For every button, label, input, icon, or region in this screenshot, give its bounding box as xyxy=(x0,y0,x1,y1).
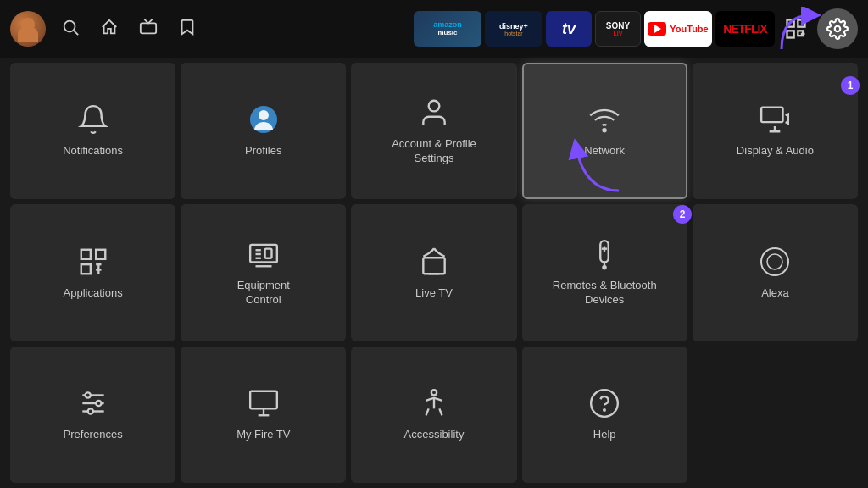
applications-cell[interactable]: Applications xyxy=(10,204,175,341)
svg-rect-16 xyxy=(96,249,105,258)
svg-rect-14 xyxy=(762,108,783,122)
remotes-bluetooth-label: Remotes & Bluetooth Devices xyxy=(553,279,657,308)
svg-point-34 xyxy=(761,248,788,275)
preferences-cell[interactable]: Preferences xyxy=(10,347,175,483)
svg-point-48 xyxy=(604,409,605,411)
badge-2: 2 xyxy=(673,205,692,224)
equipment-control-cell[interactable]: Equipment Control xyxy=(181,204,346,341)
display-audio-cell[interactable]: Display & Audio xyxy=(693,63,858,199)
remotes-bluetooth-cell[interactable]: Remotes & Bluetooth Devices xyxy=(522,204,687,341)
svg-rect-26 xyxy=(264,249,271,258)
alexa-label: Alexa xyxy=(761,286,789,301)
tvnz-app[interactable]: tv xyxy=(546,11,592,47)
preferences-label: Preferences xyxy=(64,428,123,442)
settings-grid: Notifications Profiles Account & Profile… xyxy=(0,58,868,488)
arrow-to-gear-icon xyxy=(773,7,824,58)
svg-point-45 xyxy=(431,390,437,395)
badge-1: 1 xyxy=(841,76,860,95)
help-label: Help xyxy=(593,428,616,442)
help-cell[interactable]: Help xyxy=(522,347,687,483)
avatar[interactable] xyxy=(10,11,46,47)
svg-point-47 xyxy=(591,390,618,417)
svg-rect-2 xyxy=(141,23,156,33)
live-tv-label: Live TV xyxy=(415,286,453,301)
svg-point-41 xyxy=(87,408,92,413)
svg-point-0 xyxy=(64,20,75,31)
equipment-control-label: Equipment Control xyxy=(237,279,290,308)
svg-line-1 xyxy=(74,30,78,35)
notifications-cell[interactable]: Notifications xyxy=(10,63,175,199)
sonyliv-app[interactable]: SONY LIV xyxy=(595,11,641,47)
notifications-label: Notifications xyxy=(63,144,123,158)
youtube-app[interactable]: YouTube xyxy=(644,11,712,47)
alexa-cell[interactable]: Alexa xyxy=(693,204,858,341)
svg-point-37 xyxy=(85,392,90,397)
arrow-to-network-icon xyxy=(559,131,627,199)
applications-label: Applications xyxy=(64,286,123,301)
account-label: Account & Profile Settings xyxy=(392,137,476,166)
svg-rect-21 xyxy=(250,245,277,263)
profiles-label: Profiles xyxy=(245,144,281,158)
topbar: amazon music disney+ hotstar tv SONY LIV xyxy=(0,0,868,58)
svg-rect-27 xyxy=(423,258,444,274)
live-tv-cell[interactable]: Live TV xyxy=(351,204,516,341)
svg-point-12 xyxy=(429,101,440,112)
empty-cell xyxy=(693,347,858,483)
svg-point-9 xyxy=(835,26,841,32)
svg-point-11 xyxy=(259,110,269,120)
amazon-music-app[interactable]: amazon music xyxy=(414,11,481,47)
home-icon[interactable] xyxy=(92,13,127,46)
display-audio-label: Display & Audio xyxy=(737,144,814,158)
accessibility-label: Accessibility xyxy=(404,428,465,442)
disney-hotstar-app[interactable]: disney+ hotstar xyxy=(485,11,542,47)
search-icon[interactable] xyxy=(53,13,88,46)
my-fire-tv-cell[interactable]: My Fire TV xyxy=(181,347,346,483)
svg-rect-42 xyxy=(250,391,277,409)
svg-point-31 xyxy=(604,266,606,269)
svg-point-39 xyxy=(96,401,101,406)
svg-point-35 xyxy=(767,254,782,269)
bookmark-icon[interactable] xyxy=(170,13,205,46)
svg-rect-17 xyxy=(81,264,90,274)
account-cell[interactable]: Account & Profile Settings xyxy=(351,63,516,199)
profiles-cell[interactable]: Profiles xyxy=(181,63,346,199)
netflix-app[interactable]: NETFLIX xyxy=(715,11,775,47)
my-fire-tv-label: My Fire TV xyxy=(236,428,290,442)
svg-rect-15 xyxy=(81,249,90,258)
accessibility-cell[interactable]: Accessibility xyxy=(351,347,516,483)
nav-icons xyxy=(53,13,205,46)
tv-icon[interactable] xyxy=(131,13,166,46)
